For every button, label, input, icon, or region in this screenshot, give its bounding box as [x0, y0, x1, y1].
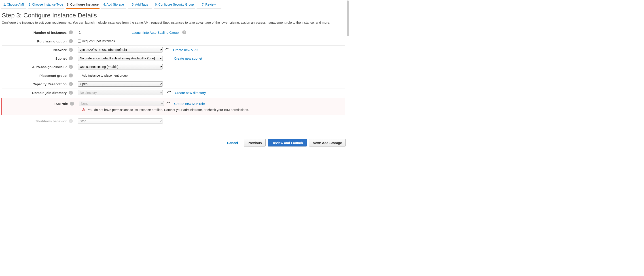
iam-role-alert: IAM role i None Create new IAM role You … — [1, 98, 345, 115]
info-icon[interactable]: i — [69, 73, 73, 78]
iam-error-message: You do not have permissions to list inst… — [88, 108, 249, 112]
placement-group-checkbox[interactable] — [78, 74, 81, 77]
shutdown-select[interactable]: Stop — [78, 118, 163, 124]
page-description: Configure the instance to suit your requ… — [2, 20, 345, 25]
instances-input[interactable] — [78, 30, 129, 35]
capacity-label: Capacity Reservation — [2, 82, 69, 86]
subnet-select[interactable]: No preference (default subnet in any Ava… — [78, 56, 163, 61]
info-icon[interactable]: i — [70, 102, 74, 106]
tab-configure-security-group[interactable]: 6. Configure Security Group — [154, 1, 195, 9]
launch-asg-link[interactable]: Launch into Auto Scaling Group — [132, 31, 179, 34]
iam-role-select[interactable]: None — [79, 101, 164, 106]
purchasing-label: Purchasing option — [2, 39, 69, 43]
previous-button[interactable]: Previous — [244, 139, 266, 146]
wizard-footer: Cancel Previous Review and Launch Next: … — [0, 136, 349, 149]
page-title: Step 3: Configure Instance Details — [2, 12, 345, 19]
info-icon[interactable]: i — [69, 91, 73, 95]
placement-label: Placement group — [2, 74, 69, 78]
cancel-button[interactable]: Cancel — [224, 139, 242, 146]
domain-label: Domain join directory — [2, 91, 69, 95]
scrollbar[interactable] — [347, 0, 349, 135]
create-iam-role-link[interactable]: Create new IAM role — [174, 102, 205, 106]
review-and-launch-button[interactable]: Review and Launch — [268, 139, 307, 146]
info-icon[interactable]: i — [69, 119, 73, 123]
tab-choose-ami[interactable]: 1. Choose AMI — [1, 1, 26, 9]
create-directory-link[interactable]: Create new directory — [175, 91, 206, 95]
placement-group-checkbox-label: Add instance to placement group — [82, 74, 128, 77]
info-icon[interactable]: i — [69, 82, 73, 86]
tab-configure-instance[interactable]: 3. Configure Instance — [66, 1, 100, 9]
autoip-label: Auto-assign Public IP — [2, 65, 69, 69]
tab-add-tags[interactable]: 5. Add Tags — [128, 1, 152, 9]
tab-review[interactable]: 7. Review — [196, 1, 221, 9]
info-icon[interactable]: i — [69, 48, 73, 52]
refresh-icon[interactable] — [167, 90, 171, 95]
subnet-label: Subnet — [2, 56, 69, 60]
capacity-select[interactable]: Open — [78, 81, 163, 87]
warning-icon — [82, 108, 85, 112]
wizard-tabs: 1. Choose AMI 2. Choose Instance Type 3.… — [0, 0, 346, 9]
tab-choose-instance-type[interactable]: 2. Choose Instance Type — [28, 1, 64, 9]
autoip-select[interactable]: Use subnet setting (Enable) — [78, 64, 163, 69]
network-select[interactable]: vpc-0320f891b20521d8e (default) — [78, 47, 163, 52]
info-icon[interactable]: i — [69, 56, 73, 60]
refresh-icon[interactable] — [165, 48, 170, 52]
request-spot-label: Request Spot instances — [82, 39, 115, 43]
info-icon[interactable]: i — [69, 65, 73, 69]
instances-label: Number of instances — [2, 31, 69, 34]
refresh-icon[interactable] — [166, 101, 170, 106]
create-vpc-link[interactable]: Create new VPC — [173, 48, 198, 52]
domain-select[interactable]: No directory — [78, 90, 163, 95]
info-icon[interactable]: i — [182, 30, 186, 34]
info-icon[interactable]: i — [69, 30, 73, 34]
network-label: Network — [2, 48, 69, 52]
next-button[interactable]: Next: Add Storage — [309, 139, 346, 146]
request-spot-checkbox[interactable] — [78, 39, 81, 43]
shutdown-label: Shutdown behavior — [2, 119, 69, 123]
info-icon[interactable]: i — [69, 39, 73, 43]
tab-add-storage[interactable]: 4. Add Storage — [101, 1, 126, 9]
iam-label: IAM role — [3, 102, 70, 106]
create-subnet-link[interactable]: Create new subnet — [174, 56, 202, 60]
